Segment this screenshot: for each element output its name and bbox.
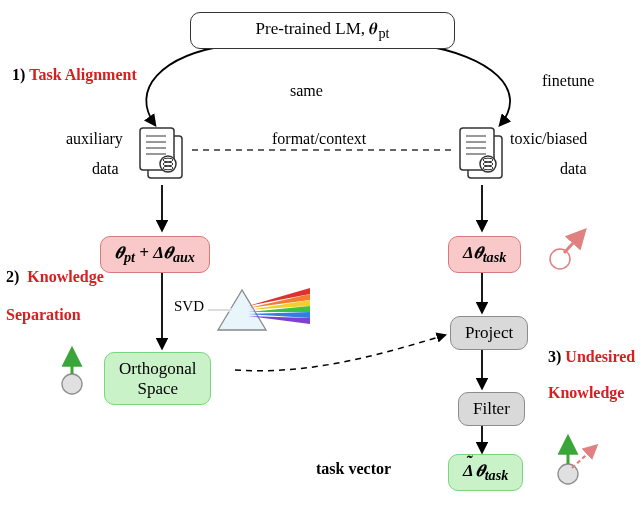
aux-data-l2: data xyxy=(92,160,119,178)
svg-point-16 xyxy=(480,156,496,172)
task-vector-label: task vector xyxy=(316,460,391,478)
svg-point-17 xyxy=(483,158,493,162)
svg-point-7 xyxy=(163,158,173,162)
svg-point-35 xyxy=(62,374,82,394)
step1: 1) Task Alignment xyxy=(12,66,137,84)
pretrained-lm-sub: pt xyxy=(378,25,389,41)
aux-data-l1: auxiliary xyxy=(66,130,123,148)
step1-label: Task Alignment xyxy=(29,66,136,83)
same-label: same xyxy=(290,82,323,100)
svg-point-8 xyxy=(163,162,173,166)
step3-num: 3) xyxy=(548,348,561,365)
orthogonal-space-box: Orthogonal Space xyxy=(104,352,211,405)
svg-point-18 xyxy=(483,162,493,166)
filter-box: Filter xyxy=(458,392,525,426)
svg-line-34 xyxy=(564,231,584,253)
svg-marker-29 xyxy=(248,300,310,310)
svg-marker-24 xyxy=(218,290,266,330)
delta-theta-task-text: Δ𝜽task xyxy=(463,243,506,262)
svg-marker-30 xyxy=(248,306,310,312)
svd-label: SVD xyxy=(174,298,204,315)
ortho-l2: Space xyxy=(119,379,196,399)
step1-num: 1) xyxy=(12,66,25,83)
step2-num: 2) xyxy=(6,268,19,285)
step2: 2) Knowledge xyxy=(6,268,104,286)
svg-point-9 xyxy=(163,166,173,170)
svg-rect-10 xyxy=(468,136,502,178)
delta-theta-task-box: Δ𝜽task xyxy=(448,236,521,273)
step2-l1: Knowledge xyxy=(27,268,103,285)
step3: 3) Undesired xyxy=(548,348,635,366)
pretrained-lm-main: Pre-trained LM, 𝜽 xyxy=(256,19,379,38)
svg-rect-1 xyxy=(140,128,174,170)
final-delta-sub: task xyxy=(485,467,509,483)
delta-theta-aux: + Δ𝜽 xyxy=(135,243,173,262)
finetune-label: finetune xyxy=(542,72,594,90)
svg-line-42 xyxy=(572,446,596,468)
svg-marker-27 xyxy=(248,288,310,306)
step3-l1: Undesired xyxy=(565,348,635,365)
tox-data-l1: toxic/biased xyxy=(510,130,587,148)
svg-point-19 xyxy=(483,166,493,170)
theta-aux-text: 𝜽pt + Δ𝜽aux xyxy=(115,243,195,262)
theta-pt-sub: pt xyxy=(124,249,135,265)
svg-marker-32 xyxy=(248,316,310,324)
delta-theta-aux-sub: aux xyxy=(173,249,195,265)
theta-aux-box: 𝜽pt + Δ𝜽aux xyxy=(100,236,210,273)
svg-point-33 xyxy=(550,249,570,269)
step2-l2: Separation xyxy=(6,306,81,324)
svg-marker-31 xyxy=(248,312,310,318)
format-context: format/context xyxy=(272,130,366,148)
svg-marker-28 xyxy=(248,294,310,308)
theta-pt: 𝜽 xyxy=(115,243,124,262)
delta-theta-task: Δ𝜽 xyxy=(463,243,483,262)
svg-rect-11 xyxy=(460,128,494,170)
ortho-l1: Orthogonal xyxy=(119,359,196,379)
project-box: Project xyxy=(450,316,528,350)
svg-point-6 xyxy=(160,156,176,172)
svg-rect-0 xyxy=(148,136,182,178)
step3-l2: Knowledge xyxy=(548,384,624,402)
final-delta-box: Δ˜𝜽task xyxy=(448,454,523,491)
pretrained-lm-box: Pre-trained LM, 𝜽pt xyxy=(190,12,455,49)
final-delta-text: Δ˜𝜽task xyxy=(463,461,508,480)
svg-point-40 xyxy=(558,464,578,484)
tox-data-l2: data xyxy=(560,160,587,178)
delta-theta-task-sub: task xyxy=(483,249,507,265)
pretrained-lm-text: Pre-trained LM, 𝜽pt xyxy=(256,19,390,38)
